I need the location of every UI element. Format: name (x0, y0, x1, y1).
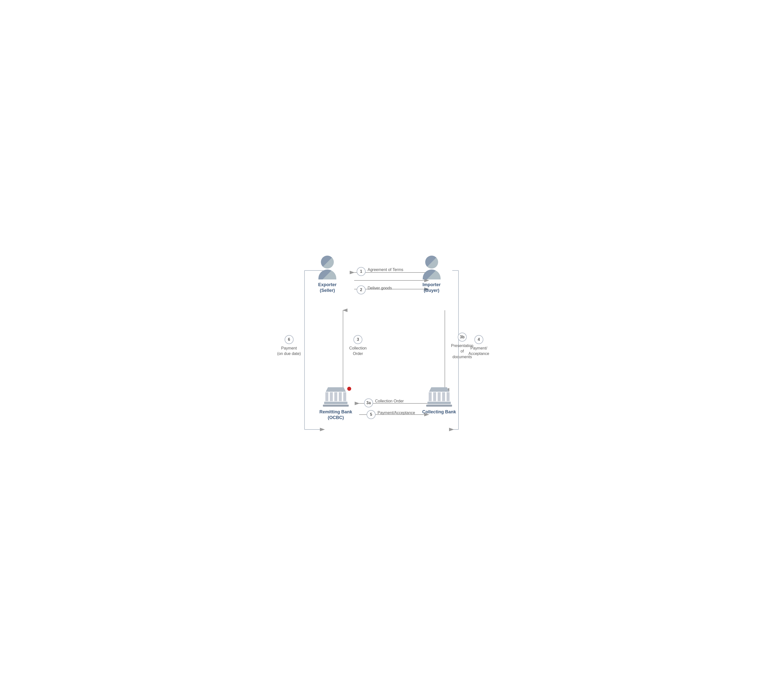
remitting-bank-label: Remitting Bank(OCBC) (320, 409, 352, 421)
importer-label: Importer(Buyer) (423, 282, 441, 294)
exporter-label: Exporter(Seller) (318, 282, 337, 294)
step-2-circle: 2 (357, 285, 366, 294)
importer-icon (423, 256, 441, 280)
step-1-circle: 1 (357, 267, 366, 276)
step-4-label: Payment/Acceptance (468, 345, 489, 357)
step-5-circle: 5 (367, 410, 376, 419)
step-1-label: Agreement of Terms (368, 267, 403, 272)
step-4-group: 4 Payment/Acceptance (468, 335, 489, 357)
remitting-bank-entity: Remitting Bank(OCBC) (320, 387, 352, 421)
collecting-bank-entity: Collecting Bank (422, 387, 456, 415)
step-6-group: 6 Payment(on due date) (277, 335, 301, 357)
step-4-circle: 4 (474, 335, 483, 344)
step-2-label: Deliver goods (368, 285, 392, 291)
step-5-label: Payment/Acceptance (378, 410, 415, 416)
step-6-circle: 6 (285, 335, 293, 344)
red-badge (347, 386, 352, 391)
step-2-group: 2 Deliver goods (357, 285, 392, 294)
step-3-group: 3 CollectionOrder (349, 335, 367, 357)
importer-entity: Importer(Buyer) (423, 256, 441, 294)
exporter-entity: Exporter(Seller) (318, 256, 337, 294)
step-3-label: CollectionOrder (349, 345, 367, 357)
step-3a-label: Collection Order (375, 398, 404, 404)
step-3a-circle: 3a (364, 398, 373, 407)
collecting-bank-icon (422, 387, 456, 407)
exporter-icon (318, 256, 337, 280)
step-3b-circle: 3b (458, 333, 467, 342)
trade-finance-diagram: Exporter(Seller) Importer(Buyer) Remitti… (270, 243, 493, 457)
step-1-group: 1 Agreement of Terms (357, 267, 403, 276)
step-5-group: 5 Payment/Acceptance (367, 410, 415, 419)
step-6-label: Payment(on due date) (277, 345, 301, 357)
remitting-bank-icon (320, 387, 352, 407)
step-3a-group: 3a Collection Order (364, 398, 404, 407)
step-3-circle: 3 (353, 335, 362, 344)
collecting-bank-label: Collecting Bank (422, 409, 456, 415)
